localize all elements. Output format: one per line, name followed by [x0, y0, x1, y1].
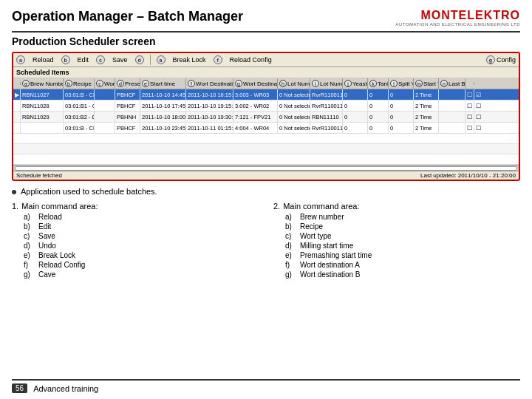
col-brew-number[interactable]: a Brew Number [21, 78, 64, 89]
cell-lota: 0 Not selected [278, 89, 310, 100]
list-item: b) Edit [12, 222, 259, 231]
cell-cb2[interactable]: ☑ [474, 89, 483, 100]
cell-yd: 0 [343, 100, 368, 111]
table-row[interactable]: RBN11028 03:01:B1 - CF Wort PBHCF 2011-1… [13, 100, 519, 112]
app-window: a Reload b Edit c Save d a Break Lock f … [12, 52, 520, 181]
list1-title: 1. Main command area: [12, 202, 259, 211]
header: Operation Manager – Batch Manager MONTEL… [12, 9, 520, 27]
toolbar-circle-g: g [486, 55, 495, 64]
list-item: g) Wort destination B [273, 270, 520, 279]
list2-title: 2. Main command area: [273, 202, 520, 211]
cell-lota: 0 Not selected [278, 100, 310, 111]
toolbar-circle-c: c [96, 55, 105, 64]
reload-button[interactable]: Reload [30, 55, 57, 65]
item-letter: b) [285, 222, 296, 231]
list1-title-text: Main command area: [21, 202, 98, 211]
cell-yd: 0 [343, 89, 368, 100]
bullet-icon [12, 190, 16, 194]
cell-brew: RBN11027 [21, 89, 64, 100]
cell-preset: PBHCF [115, 89, 140, 100]
cell-preset: PBHNH [115, 112, 140, 122]
cell-tank: 0 [368, 112, 389, 122]
list-item: c) Save [12, 231, 259, 241]
item-letter: g) [24, 270, 34, 279]
horizontal-scrollbar[interactable] [15, 166, 517, 171]
cell-cb2[interactable]: ☐ [474, 112, 483, 122]
cell-cb1[interactable]: ☐ [466, 100, 474, 111]
cell-wdestb: 3:002 - WR02 [233, 100, 278, 111]
cell-lota: 0 Not selected [278, 112, 310, 122]
list-item: a) Reload [12, 212, 259, 222]
table-row[interactable]: 03:01:B - CF Wort PBHCF 2011-10-10 23:45… [13, 123, 519, 134]
cell-cb1[interactable]: ☐ [466, 123, 474, 133]
column-headers: a Brew Number b Recipe c Wort type d Pre… [13, 78, 519, 89]
bullet-text: Application used to schedule batches. [21, 187, 157, 196]
cell-wort [95, 112, 115, 122]
cell-lotb: RvrR1100112 [310, 100, 343, 111]
cell-yd: 0 [343, 123, 368, 133]
cell-split: 0 [389, 112, 414, 122]
cell-recipe: 03:01:B2 - Draeg H... [64, 112, 95, 122]
list-item: f) Wort destination A [273, 260, 520, 270]
toolbar-circle-b: b [61, 55, 70, 64]
cell-wdestb: 4:004 - WR04 [233, 123, 278, 133]
col-wdest-b[interactable]: g Wort Destination B [233, 78, 278, 89]
toolbar-circle-a: a [16, 55, 25, 64]
list1-num: 1. [12, 202, 18, 211]
col-start-type[interactable]: m Start Type [414, 78, 439, 89]
save-button[interactable]: Save [109, 55, 131, 65]
cell-lota: 0 Not selected [278, 123, 310, 133]
col-yeast[interactable]: j Yeast Disc Rate [343, 78, 368, 89]
edit-label: Edit [78, 56, 89, 64]
col-lot-b[interactable]: i Lot Number B [310, 78, 343, 89]
list-item: d) Milling start time [273, 241, 520, 250]
scheduled-label: Scheduled Items [13, 67, 519, 78]
col-wdest-a[interactable]: f Wort Destination A [186, 78, 233, 89]
status-left: Schedule fetched [16, 172, 62, 179]
cell-recipe: 03:01:B - CF Wort [64, 123, 95, 133]
col-wort-type[interactable]: c Wort type [95, 78, 115, 89]
cell-wdestb: 3:003 - WR03 [233, 89, 278, 100]
col-start[interactable]: e Start time [140, 78, 186, 89]
col-last-before[interactable]: n Last Before CIP [439, 78, 466, 89]
cell-wort [95, 89, 115, 100]
col-circle-c: c [96, 80, 103, 87]
table-row[interactable]: ▶ RBN11027 03:01:B - CF Wort PBHCF 2011-… [13, 89, 519, 100]
cell-start: 2011-10-10 17:45:00 [140, 100, 186, 111]
table-row-empty [13, 154, 519, 165]
edit-button[interactable]: Edit [75, 55, 92, 65]
item-text: Save [38, 232, 55, 240]
cell-cb2[interactable]: ☐ [474, 123, 483, 133]
status-right: Last updated: 2011/10/10 - 21:20:00 [420, 172, 516, 179]
item-letter: c) [285, 232, 296, 240]
col-lot-a[interactable]: h Lot Number A [278, 78, 310, 89]
reload-label: Reload [33, 56, 54, 64]
reload-config-button[interactable]: Reload Config [227, 55, 275, 65]
cell-split: 0 [389, 100, 414, 111]
item-text: Brew number [300, 213, 344, 221]
cell-stype: 2 Time [414, 89, 439, 100]
breaklock-button[interactable]: Break Lock [170, 55, 209, 65]
cell-recipe: 03:01:B1 - CF Wort [64, 100, 95, 111]
header-divider [12, 31, 520, 33]
col-split[interactable]: l Split Volume [389, 78, 414, 89]
toolbar: a Reload b Edit c Save d a Break Lock f … [13, 53, 519, 67]
cell-lotb: RvrR1100112 [310, 89, 343, 100]
col-preset[interactable]: d Preset date [115, 78, 140, 89]
status-bar: Schedule fetched Last updated: 2011/10/1… [13, 171, 519, 180]
col-tank[interactable]: k Tank Volume [368, 78, 389, 89]
cell-wdesta: 2011-10-10 19:15:00 [186, 100, 233, 111]
cell-start: 2011-10-10 14:45:00 [140, 89, 186, 100]
config-button[interactable]: g Config [486, 55, 516, 64]
cell-cb1[interactable]: ☐ [466, 112, 474, 122]
cell-cb2[interactable]: ☐ [474, 100, 483, 111]
table-row[interactable]: RBN11029 03:01:B2 - Draeg H... PBHNH 201… [13, 112, 519, 123]
item-text: Recipe [300, 222, 323, 231]
row-indicator [13, 112, 21, 122]
footer-text: Advanced training [33, 384, 98, 393]
footer: 56 Advanced training [12, 379, 520, 393]
cell-cb1[interactable]: ☐ [466, 89, 474, 100]
col-recipe[interactable]: b Recipe [64, 78, 95, 89]
item-letter: g) [285, 270, 296, 279]
list-item: e) Premashing start time [273, 250, 520, 260]
